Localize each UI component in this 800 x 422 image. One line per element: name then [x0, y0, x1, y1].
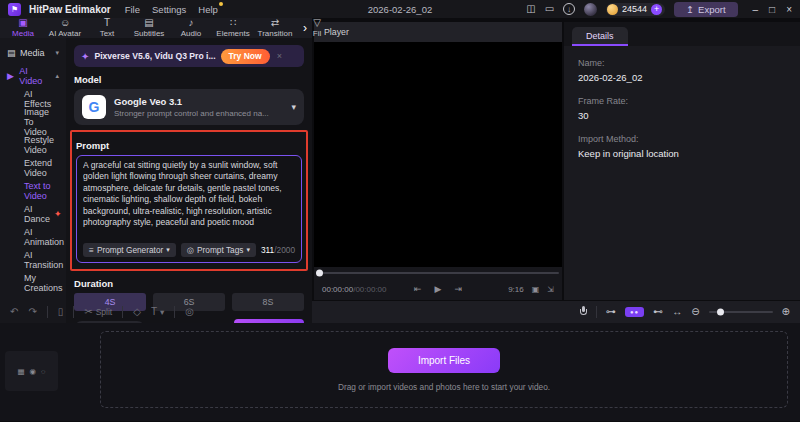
close-button[interactable]: × [786, 4, 792, 15]
ribbon-overflow-chevron-icon[interactable]: › [298, 18, 312, 38]
ribbon-tab[interactable]: T Text [86, 18, 128, 38]
sidebar-item-label: Text to Video [24, 181, 55, 201]
left-column: ▣ Media ☺ AI Avatar T Text ▤ Subtitles ♪… [0, 18, 312, 300]
feedback-icon[interactable]: ▭ [545, 4, 554, 14]
menu-bar: FileSettingsHelp [125, 4, 218, 15]
sidebar-item[interactable]: Image To Video [0, 110, 66, 133]
scrubber[interactable] [314, 267, 562, 278]
sidebar-item-label: Extend Video [24, 158, 55, 178]
field-value: 2026-02-26_02 [578, 72, 786, 83]
duration-option-button[interactable]: 8S [232, 293, 304, 311]
next-frame-icon[interactable]: ⇥ [454, 284, 462, 294]
sidebar-item[interactable]: AI Animation [0, 225, 66, 248]
menu-item[interactable]: File [125, 4, 140, 15]
ribbon: ▣ Media ☺ AI Avatar T Text ▤ Subtitles ♪… [0, 18, 312, 38]
prompt-generator-button[interactable]: ≡ Prompt Generator ▾ [83, 243, 176, 257]
total-time: 00:00:00 [355, 285, 386, 294]
track-lock-icon[interactable]: ◌ [41, 367, 45, 376]
fit-timeline-icon[interactable]: ↔ [672, 307, 682, 317]
google-logo-icon: G [82, 95, 106, 119]
credits-badge[interactable]: 24544 + [606, 3, 665, 16]
text-tool-button[interactable]: T ▾ [151, 307, 164, 317]
sidebar-item-label: Media [20, 48, 45, 58]
details-field: Name: 2026-02-26_02 [578, 58, 786, 83]
credits-balance: 24544 [622, 4, 647, 14]
char-counter: 311/2000 [261, 245, 295, 255]
ribbon-tab[interactable]: ∷ Elements [212, 18, 254, 38]
previous-frame-icon[interactable]: ⇤ [414, 284, 422, 294]
sidebar-item[interactable]: ▤ Media ▾ [0, 41, 66, 64]
chevron-down-icon: ▾ [160, 308, 164, 317]
zoom-tool-icon[interactable]: ◎ [185, 307, 194, 317]
sidebar-item[interactable]: AI Transition [0, 248, 66, 271]
zoom-out-icon[interactable]: ⊖ [691, 307, 699, 317]
zoom-in-icon[interactable]: ⊕ [782, 307, 790, 317]
prompt-generator-label: Prompt Generator [97, 245, 163, 255]
undo-icon[interactable]: ↶ [10, 307, 18, 317]
details-field: Frame Rate: 30 [578, 96, 786, 121]
track-visibility-icon[interactable]: ◉ [30, 367, 37, 376]
keyframe-icon[interactable]: ◇ [133, 307, 141, 317]
banner-close-icon[interactable]: × [277, 51, 282, 61]
sidebar-item[interactable]: ▶ AI Video ▴ [0, 64, 66, 87]
video-preview[interactable] [314, 42, 562, 267]
sidebar-item[interactable]: Restyle Video [0, 133, 66, 156]
maximize-button[interactable]: □ [769, 4, 775, 15]
ribbon-tabs: ▣ Media ☺ AI Avatar T Text ▤ Subtitles ♪… [2, 18, 338, 38]
user-avatar[interactable] [584, 3, 597, 16]
ribbon-tab[interactable]: ⇄ Transition [254, 18, 296, 38]
sidebar: ▤ Media ▾ ▶ AI Video ▴ AI Effects [0, 38, 66, 344]
ribbon-tab-label: Transition [258, 29, 293, 38]
download-center-icon[interactable]: ↓ [563, 3, 575, 15]
sparkle-icon: ✦ [81, 51, 89, 62]
tags-icon: ◎ [187, 245, 194, 255]
media-drop-zone[interactable]: Import Files Drag or import videos and p… [100, 331, 788, 408]
ribbon-tab[interactable]: ▣ Media [2, 18, 44, 38]
ribbon-tab[interactable]: ☺ AI Avatar [44, 18, 86, 38]
sidebar-item[interactable]: AI Dance ✦ [0, 202, 66, 225]
track-type-icon[interactable]: ▦ [17, 367, 24, 376]
ribbon-tab-label: Media [12, 29, 34, 38]
promo-banner[interactable]: ✦ Pixverse V5.6, Vidu Q3 Pro i... Try No… [74, 45, 304, 67]
ribbon-tab[interactable]: ♪ Audio [170, 18, 212, 38]
sidebar-item[interactable]: My Creations [0, 271, 66, 294]
unlink-clips-icon[interactable]: ⊷ [653, 307, 663, 317]
layout-panels-icon[interactable]: ◫ [526, 4, 535, 14]
scrubber-track[interactable] [317, 272, 559, 274]
split-label: Split [96, 308, 113, 317]
prompt-tags-button[interactable]: ◎ Prompt Tags ▾ [181, 243, 256, 257]
fullscreen-icon[interactable]: ⇲ [547, 285, 554, 294]
model-selector[interactable]: G Google Veo 3.1 Stronger prompt control… [74, 89, 304, 125]
ribbon-tab[interactable]: ▤ Subtitles [128, 18, 170, 38]
chevron-down-icon: ▾ [166, 246, 170, 254]
play-icon[interactable]: ▶ [435, 284, 442, 294]
minimize-button[interactable]: – [753, 4, 759, 15]
magnetic-timeline-toggle[interactable]: ●● [625, 307, 644, 317]
redo-icon[interactable]: ↷ [28, 307, 36, 317]
prompt-input[interactable]: A graceful cat sitting quietly by a sunl… [83, 160, 295, 236]
mic-icon[interactable] [580, 306, 587, 318]
scrubber-handle[interactable] [316, 269, 323, 276]
chevron-down-icon: ▾ [291, 102, 296, 112]
ribbon-tab-icon: ▣ [18, 18, 27, 28]
tab-details[interactable]: Details [572, 27, 628, 46]
menu-item[interactable]: Settings [152, 4, 186, 15]
delete-icon[interactable]: ▯ [58, 307, 64, 317]
export-button[interactable]: ↥ Export [674, 2, 737, 17]
sidebar-item[interactable]: Extend Video [0, 156, 66, 179]
model-name: Google Veo 3.1 [114, 96, 283, 107]
split-button[interactable]: ✂ Split [84, 307, 112, 317]
import-files-button[interactable]: Import Files [388, 348, 500, 373]
crop-icon[interactable]: ▣ [532, 285, 540, 294]
timeline-zoom-slider[interactable] [709, 311, 773, 313]
add-credits-button[interactable]: + [651, 4, 662, 15]
aspect-ratio-selector[interactable]: 9:16 [508, 285, 524, 294]
drop-zone-hint: Drag or import videos and photos here to… [338, 382, 550, 392]
menu-item[interactable]: Help [198, 4, 218, 15]
link-clips-icon[interactable]: ⊶ [606, 307, 616, 317]
document-title: 2026-02-26_02 [368, 4, 432, 15]
zoom-slider-knob[interactable] [717, 309, 724, 316]
try-now-button[interactable]: Try Now [221, 49, 270, 64]
sidebar-item[interactable]: Text to Video [0, 179, 66, 202]
toolbar-divider [47, 306, 48, 318]
